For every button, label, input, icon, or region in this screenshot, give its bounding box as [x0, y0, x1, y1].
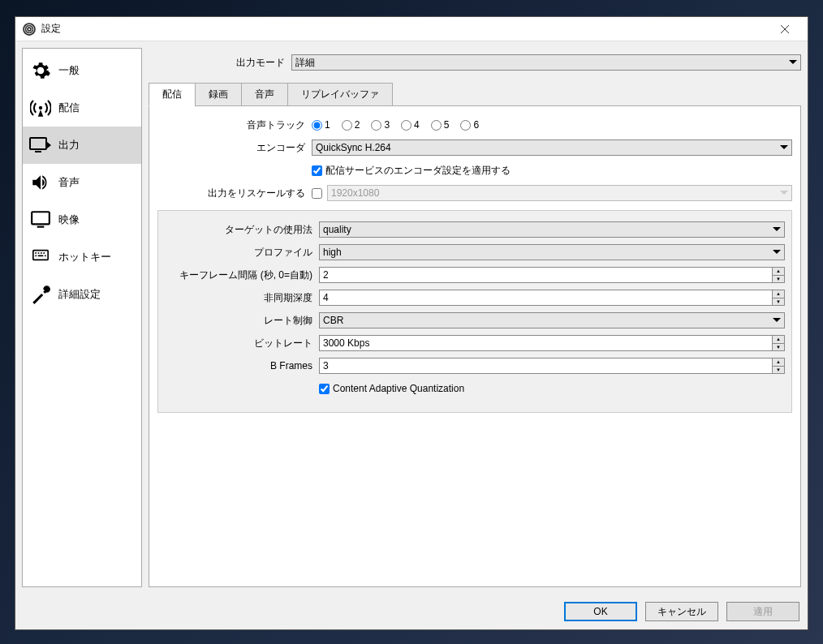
async-depth-spinner[interactable]: ▲▼ — [319, 290, 785, 306]
audio-track-2[interactable]: 2 — [342, 119, 360, 131]
rescale-label: 出力をリスケールする — [157, 187, 312, 200]
encoder-label: エンコーダ — [157, 141, 312, 155]
close-button[interactable] — [769, 18, 801, 41]
svg-rect-11 — [35, 252, 37, 254]
tab-panel-streaming: 音声トラック 1 2 3 4 5 6 エンコーダ QuickSync H.26 — [149, 106, 801, 587]
sidebar-item-label: 配信 — [58, 101, 80, 115]
cancel-button[interactable]: キャンセル — [645, 602, 718, 621]
svg-rect-16 — [38, 255, 44, 257]
sidebar-item-stream[interactable]: 配信 — [23, 89, 141, 127]
bitrate-input[interactable] — [319, 335, 772, 351]
output-mode-select[interactable]: 詳細 — [291, 54, 801, 71]
bframes-label: B Frames — [165, 360, 319, 371]
audio-track-5[interactable]: 5 — [431, 119, 450, 131]
rate-control-label: レート制御 — [165, 314, 319, 328]
audio-track-1[interactable]: 1 — [312, 119, 330, 131]
tab-streaming[interactable]: 配信 — [149, 83, 196, 106]
svg-rect-17 — [45, 255, 46, 257]
dialog-footer: OK キャンセル 適用 — [15, 594, 808, 629]
sidebar-item-label: 音声 — [58, 175, 80, 190]
spin-down-icon[interactable]: ▼ — [773, 367, 784, 374]
sidebar-item-label: 出力 — [58, 138, 80, 152]
audio-track-group: 1 2 3 4 5 6 — [312, 119, 792, 131]
encoder-settings-panel: ターゲットの使用法 quality プロファイル high キーフレーム間隔 (… — [157, 210, 792, 413]
bframes-input[interactable] — [319, 358, 772, 374]
target-usage-select[interactable]: quality — [319, 221, 785, 238]
tab-audio[interactable]: 音声 — [241, 83, 288, 106]
keyframe-input[interactable] — [319, 267, 772, 283]
profile-label: プロファイル — [165, 246, 319, 260]
keyframe-label: キーフレーム間隔 (秒, 0=自動) — [165, 268, 319, 282]
tab-recording[interactable]: 録画 — [195, 83, 242, 106]
spin-up-icon[interactable]: ▲ — [773, 336, 784, 344]
antenna-icon — [29, 97, 52, 119]
svg-rect-8 — [32, 212, 50, 224]
caq-checkbox[interactable] — [319, 384, 330, 394]
rate-control-select[interactable]: CBR — [319, 312, 785, 328]
gear-icon — [29, 59, 52, 82]
sidebar-item-hotkeys[interactable]: ホットキー — [23, 238, 141, 276]
tools-icon — [29, 283, 52, 306]
svg-rect-15 — [35, 255, 37, 257]
ok-button[interactable]: OK — [564, 602, 637, 621]
settings-window: 設定 一般 配信 出力 — [15, 16, 808, 630]
sidebar-item-output[interactable]: 出力 — [23, 127, 141, 164]
apply-service-label: 配信サービスのエンコーダ設定を適用する — [325, 164, 511, 178]
audio-track-4[interactable]: 4 — [401, 119, 420, 131]
svg-rect-13 — [41, 252, 42, 254]
svg-rect-12 — [38, 252, 40, 254]
output-mode-label: 出力モード — [149, 56, 291, 70]
sidebar-item-general[interactable]: 一般 — [23, 52, 141, 89]
spin-up-icon[interactable]: ▲ — [773, 358, 784, 367]
bitrate-label: ビットレート — [165, 337, 319, 350]
audio-track-6[interactable]: 6 — [460, 119, 479, 131]
sidebar-item-audio[interactable]: 音声 — [23, 164, 141, 201]
encoder-select[interactable]: QuickSync H.264 — [312, 140, 792, 156]
window-title: 設定 — [41, 22, 61, 36]
spin-down-icon[interactable]: ▼ — [773, 344, 784, 351]
speaker-icon — [29, 171, 52, 194]
keyframe-spinner[interactable]: ▲▼ — [319, 267, 785, 283]
sidebar-item-advanced[interactable]: 詳細設定 — [23, 276, 141, 313]
svg-point-3 — [28, 28, 30, 29]
audio-track-3[interactable]: 3 — [371, 119, 390, 131]
keyboard-icon — [29, 246, 52, 268]
apply-service-checkbox[interactable] — [312, 165, 322, 176]
sidebar: 一般 配信 出力 音声 — [22, 48, 142, 587]
svg-rect-9 — [37, 226, 45, 228]
bframes-spinner[interactable]: ▲▼ — [319, 358, 785, 374]
profile-select[interactable]: high — [319, 244, 785, 260]
svg-rect-6 — [30, 138, 46, 149]
app-icon — [22, 22, 37, 36]
spin-down-icon[interactable]: ▼ — [773, 298, 784, 306]
apply-button[interactable]: 適用 — [726, 602, 799, 621]
sidebar-item-video[interactable]: 映像 — [23, 201, 141, 238]
sidebar-item-label: 詳細設定 — [58, 287, 101, 302]
async-depth-label: 非同期深度 — [165, 291, 319, 305]
svg-rect-7 — [35, 151, 41, 152]
titlebar: 設定 — [15, 17, 808, 41]
spin-up-icon[interactable]: ▲ — [773, 290, 784, 298]
close-icon — [780, 24, 790, 34]
monitor-icon — [29, 208, 52, 231]
audio-track-label: 音声トラック — [157, 118, 312, 132]
async-depth-input[interactable] — [319, 290, 772, 306]
tabs: 配信 録画 音声 リプレイバッファ — [149, 82, 801, 106]
rescale-value: 1920x1080 — [327, 185, 792, 201]
sidebar-item-label: ホットキー — [58, 250, 111, 264]
tab-replay-buffer[interactable]: リプレイバッファ — [287, 83, 393, 106]
spin-down-icon[interactable]: ▼ — [773, 276, 784, 283]
spin-up-icon[interactable]: ▲ — [773, 268, 784, 276]
sidebar-item-label: 映像 — [58, 213, 80, 227]
bitrate-spinner[interactable]: ▲▼ — [319, 335, 785, 351]
output-icon — [29, 134, 52, 157]
rescale-checkbox[interactable] — [312, 188, 322, 199]
sidebar-item-label: 一般 — [58, 63, 80, 78]
main-panel: 出力モード 詳細 配信 録画 音声 リプレイバッファ 音声トラック 1 2 3 — [149, 48, 801, 587]
target-usage-label: ターゲットの使用法 — [165, 223, 319, 237]
svg-rect-14 — [43, 252, 45, 254]
caq-label: Content Adaptive Quantization — [333, 383, 464, 394]
